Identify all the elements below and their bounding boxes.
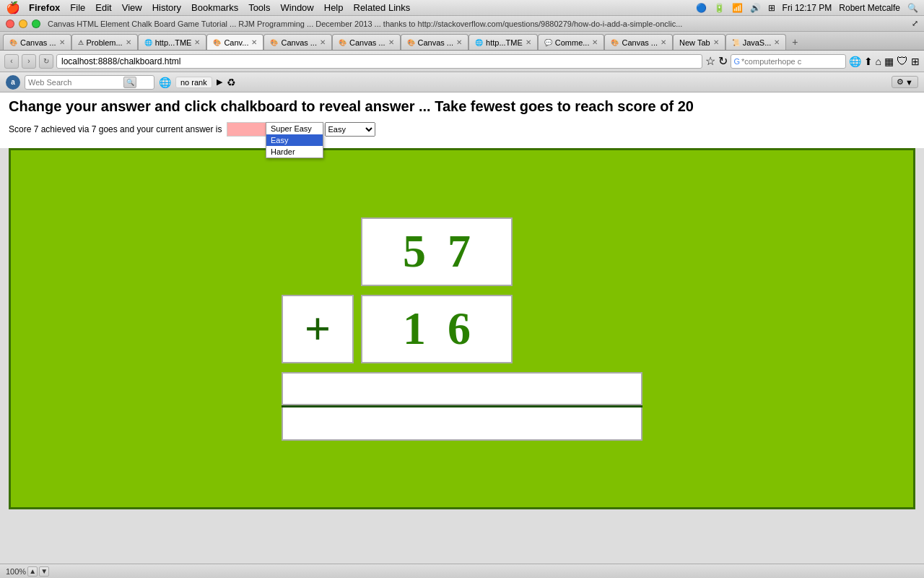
minimize-button[interactable]: [19, 20, 27, 28]
difficulty-select[interactable]: Super Easy Easy Harder: [325, 122, 375, 137]
tab-http-tme2[interactable]: 🌐 http...TME ✕: [468, 34, 538, 50]
menu-tools[interactable]: Tools: [248, 2, 270, 13]
number1-digits: 5 7: [403, 225, 471, 278]
tab-close-12[interactable]: ✕: [774, 38, 780, 46]
bookmark-star-icon[interactable]: ☆: [705, 54, 715, 68]
chalkboard[interactable]: 5 7 + 1 6: [9, 148, 915, 509]
refresh-small-icon[interactable]: ↻: [718, 54, 728, 68]
tab-favicon-8: 🌐: [475, 39, 483, 46]
rank-arrow-icon[interactable]: ▶: [217, 77, 222, 87]
toolbar-logo[interactable]: a: [6, 75, 20, 90]
url-field[interactable]: [56, 54, 702, 69]
tab-favicon-9: 💬: [544, 39, 552, 46]
tab-label-2: Problem...: [87, 38, 123, 47]
tab-problem[interactable]: ⚠ Problem... ✕: [71, 34, 138, 50]
settings-button[interactable]: ⚙ ▼: [892, 76, 918, 88]
back-button[interactable]: ‹: [4, 54, 19, 69]
zoom-down-button[interactable]: ▼: [39, 566, 49, 577]
addon-icon-3[interactable]: ▦: [884, 56, 894, 67]
tab-canvas-2[interactable]: 🎨 Canvas ... ✕: [263, 34, 332, 50]
home-icon[interactable]: ⌂: [876, 56, 881, 67]
clock: Fri 12:17 PM: [783, 3, 832, 13]
digit-7: 7: [448, 225, 471, 278]
tab-canvas-5[interactable]: 🎨 Canvas ... ✕: [604, 34, 673, 50]
menu-edit[interactable]: Edit: [95, 2, 111, 13]
tab-favicon-5: 🎨: [270, 39, 278, 46]
addon-icon-5[interactable]: ⊞: [911, 56, 920, 67]
tab-close-5[interactable]: ✕: [320, 38, 326, 46]
menu-view[interactable]: View: [122, 2, 142, 13]
globe-icon[interactable]: 🌐: [159, 77, 171, 88]
tab-javas[interactable]: 📜 JavaS... ✕: [725, 34, 787, 50]
wifi-icon: 📶: [732, 3, 743, 13]
settings-arrow: ▼: [905, 78, 913, 87]
tab-label-5: Canvas ...: [281, 38, 317, 47]
dropdown-option-super-easy[interactable]: Super Easy: [266, 123, 323, 134]
menubar-system-icons: 🔵 🔋 📶 🔊 ⊞ Fri 12:17 PM Robert Metcalfe 🔍: [696, 3, 918, 13]
menu-bookmarks[interactable]: Bookmarks: [191, 2, 238, 13]
tab-favicon-1: 🎨: [9, 39, 17, 46]
score-text: Score 7 achieved via 7 goes and your cur…: [9, 124, 222, 134]
zoom-up-button[interactable]: ▲: [27, 566, 38, 577]
menu-window[interactable]: Window: [281, 2, 314, 13]
title-bar: Canvas HTML Element Chalk Board Game Tut…: [0, 16, 924, 32]
number2-box: 1 6: [361, 295, 513, 363]
tab-close-6[interactable]: ✕: [388, 38, 394, 46]
rank-badge: no rank: [175, 77, 212, 88]
chalk-content: 5 7 + 1 6: [282, 217, 642, 441]
new-tab-button[interactable]: +: [786, 34, 803, 50]
page-content: Change your answer and click chalkboard …: [0, 92, 924, 148]
spotlight-icon[interactable]: 🔍: [907, 3, 918, 13]
tab-close-8[interactable]: ✕: [526, 38, 531, 46]
operator-box: +: [282, 295, 354, 363]
addon-icon-1[interactable]: 🌐: [849, 56, 861, 67]
toolbar-search-wrap: 🔍: [25, 75, 154, 90]
battery-icon: 🔋: [714, 3, 725, 13]
tab-close-11[interactable]: ✕: [713, 38, 719, 46]
tab-canvas-4[interactable]: 🎨 Canvas ... ✕: [401, 34, 469, 50]
digit-5: 5: [403, 225, 426, 278]
web-search-input[interactable]: [28, 78, 122, 87]
menu-firefox[interactable]: Firefox: [29, 2, 60, 13]
recycle-icon[interactable]: ♻: [227, 77, 236, 88]
tab-close-3[interactable]: ✕: [194, 38, 200, 46]
close-button[interactable]: [6, 20, 14, 28]
answer-top-box: [282, 372, 642, 405]
forward-button[interactable]: ›: [22, 54, 36, 69]
browser-search-input[interactable]: [741, 57, 814, 66]
volume-icon: 🔊: [750, 3, 761, 13]
refresh-button[interactable]: ↻: [39, 54, 53, 69]
numbers-row: 5 7: [282, 217, 513, 286]
digit-1: 1: [403, 302, 426, 355]
menu-help[interactable]: Help: [324, 2, 344, 13]
tab-close-10[interactable]: ✕: [661, 38, 666, 46]
dropdown-option-easy[interactable]: Easy: [266, 134, 323, 146]
tab-close-2[interactable]: ✕: [126, 38, 131, 46]
apple-menu[interactable]: 🍎: [6, 1, 20, 14]
search-area: G: [731, 54, 846, 69]
tab-comme[interactable]: 💬 Comme... ✕: [538, 34, 605, 50]
tab-canvas-3[interactable]: 🎨 Canvas ... ✕: [332, 34, 401, 50]
toolbar: a 🔍 🌐 no rank ▶ ♻ ⚙ ▼: [0, 72, 924, 92]
score-row: Score 7 achieved via 7 goes and your cur…: [9, 122, 915, 137]
tab-close-1[interactable]: ✕: [59, 38, 65, 46]
dropdown-option-harder[interactable]: Harder: [266, 146, 323, 158]
addon-icon-4[interactable]: 🛡: [897, 55, 908, 68]
operator-symbol: +: [305, 302, 331, 355]
tab-close-4[interactable]: ✕: [251, 38, 257, 46]
web-search-button[interactable]: 🔍: [123, 77, 136, 88]
tab-close-7[interactable]: ✕: [456, 38, 462, 46]
menu-related-links[interactable]: Related Links: [354, 2, 411, 13]
tab-canvas-1[interactable]: 🎨 Canvas ... ✕: [3, 34, 71, 50]
tab-http-tme[interactable]: 🌐 http...TME ✕: [138, 34, 207, 50]
zoom-icon[interactable]: ⤢: [912, 19, 918, 28]
menu-file[interactable]: File: [70, 2, 85, 13]
menu-history[interactable]: History: [152, 2, 181, 13]
address-bar: ‹ › ↻ ☆ ↻ G 🌐 ⬆ ⌂ ▦ 🛡 ⊞: [0, 51, 924, 72]
addon-icon-2[interactable]: ⬆: [864, 56, 873, 67]
window-controls: [6, 20, 40, 28]
tab-close-9[interactable]: ✕: [592, 38, 598, 46]
tab-new[interactable]: New Tab ✕: [673, 34, 725, 50]
maximize-button[interactable]: [32, 20, 40, 28]
tab-canv-active[interactable]: 🎨 Canv... ✕: [206, 34, 263, 50]
